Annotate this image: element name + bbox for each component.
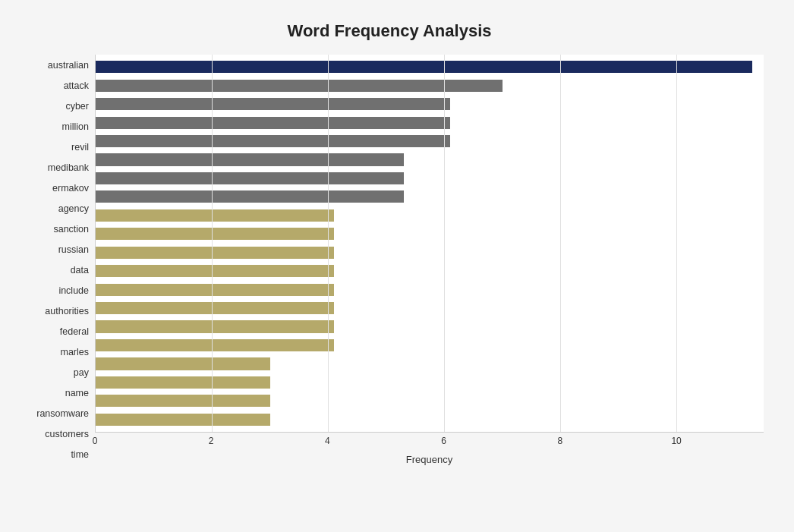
bar-row <box>96 225 764 243</box>
bar-row <box>96 336 764 354</box>
bar <box>96 209 334 222</box>
bar <box>96 153 404 165</box>
bar-row <box>96 280 764 298</box>
bar-row <box>96 58 764 76</box>
bar-row <box>96 113 764 131</box>
bar <box>96 395 270 407</box>
bar <box>96 284 334 296</box>
x-tick: 0 <box>93 436 98 446</box>
y-label: revil <box>71 137 89 157</box>
chart-title: Word Frequency Analysis <box>15 15 764 41</box>
y-label: federal <box>60 322 89 342</box>
bar-row <box>96 76 764 94</box>
y-axis: australianattackcybermillionrevilmediban… <box>15 55 95 465</box>
y-label: time <box>71 445 89 465</box>
bar <box>96 302 334 314</box>
bar <box>96 117 450 129</box>
bar-row <box>96 411 764 429</box>
y-label: marles <box>60 342 89 363</box>
x-tick: 2 <box>209 436 214 446</box>
y-label: ransomware <box>36 404 89 424</box>
bar-row <box>96 206 764 225</box>
bar-row <box>96 373 764 392</box>
bar <box>96 247 334 259</box>
y-label: ermakov <box>52 178 89 198</box>
bar-row <box>96 354 764 373</box>
bar-row <box>96 317 764 335</box>
y-label: include <box>58 281 89 301</box>
y-label: data <box>71 260 89 280</box>
x-tick: 10 <box>671 436 681 446</box>
y-label: million <box>62 116 89 137</box>
x-tick: 6 <box>441 436 446 446</box>
bar <box>96 80 503 92</box>
y-label: medibank <box>48 157 89 178</box>
bars-container <box>95 55 764 433</box>
x-axis-label: Frequency <box>95 454 764 465</box>
y-label: customers <box>45 424 89 445</box>
x-tick: 4 <box>325 436 330 446</box>
chart-area: australianattackcybermillionrevilmediban… <box>15 55 764 465</box>
y-label: attack <box>64 75 89 96</box>
y-label: australian <box>48 55 89 75</box>
bar <box>96 172 404 184</box>
y-label: pay <box>74 363 89 383</box>
bar <box>96 61 752 73</box>
y-label: sanction <box>53 219 89 239</box>
bar <box>96 135 450 147</box>
bar <box>96 98 450 110</box>
y-label: russian <box>58 239 89 260</box>
bar-row <box>96 95 764 113</box>
bar <box>96 414 270 426</box>
x-tick: 8 <box>558 436 563 446</box>
bar-row <box>96 392 764 410</box>
bar-row <box>96 299 764 317</box>
bar-row <box>96 244 764 262</box>
bar <box>96 320 334 332</box>
bar <box>96 376 270 389</box>
bar-row <box>96 150 764 168</box>
y-label: agency <box>58 198 89 219</box>
y-label: name <box>65 383 89 404</box>
y-label: authorities <box>45 301 89 322</box>
bar-row <box>96 187 764 206</box>
bar <box>96 228 334 240</box>
x-axis: 0246810 Frequency <box>95 436 764 465</box>
bar-row <box>96 132 764 150</box>
bar <box>96 190 404 203</box>
bar-row <box>96 262 764 280</box>
chart-container: Word Frequency Analysis australianattack… <box>0 0 794 532</box>
y-label: cyber <box>65 96 89 116</box>
bar <box>96 339 334 351</box>
bar-row <box>96 169 764 187</box>
bar <box>96 265 334 277</box>
plot-area: 0246810 Frequency <box>95 55 764 465</box>
bar <box>96 357 270 370</box>
